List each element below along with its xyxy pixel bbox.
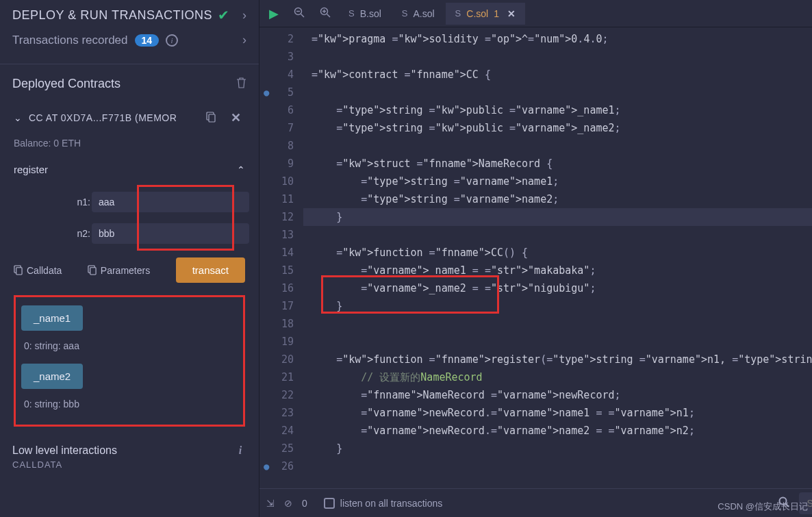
results-highlight-box: _name1 0: string: aaa _name2 0: string: … <box>14 295 245 427</box>
function-name: register <box>14 164 48 175</box>
solidity-file-icon: S <box>348 8 355 18</box>
panel-header: DEPLOY & RUN TRANSACTIONS ✔ › <box>0 0 259 30</box>
svg-rect-1 <box>16 268 22 275</box>
zoom-in-icon[interactable] <box>313 3 338 25</box>
tab-label: C.sol <box>466 8 488 19</box>
divider <box>0 64 259 64</box>
info-icon[interactable]: i <box>166 34 178 47</box>
tx-recorded-row[interactable]: Transactions recorded 14 i › <box>0 30 259 60</box>
result-name2: 0: string: bbb <box>21 392 238 419</box>
tab-label: B.sol <box>360 8 381 19</box>
listen-checkbox[interactable] <box>324 498 335 509</box>
listen-checkbox-wrap[interactable]: listen on all transactions <box>324 498 442 509</box>
balance-label: Balance: 0 ETH <box>10 134 249 161</box>
editor-body[interactable]: 2345678910111213141516171819202122232425… <box>259 27 812 488</box>
deploy-run-panel: DEPLOY & RUN TRANSACTIONS ✔ › Transactio… <box>0 0 259 517</box>
run-icon[interactable]: ▶ <box>262 2 286 25</box>
svg-rect-2 <box>90 268 96 275</box>
low-level-header: Low level interactions i <box>0 435 259 458</box>
solidity-file-icon: S <box>402 8 408 18</box>
calldata-section-label: CALLDATA <box>0 458 259 471</box>
copy-icon[interactable] <box>202 110 220 126</box>
tab-b-sol[interactable]: S B.sol <box>339 3 391 25</box>
input-label: n2: <box>71 228 90 239</box>
solidity-file-icon: S <box>455 8 461 18</box>
close-tab-icon[interactable]: ✕ <box>507 8 516 19</box>
tx-recorded-label: Transactions recorded <box>12 34 128 47</box>
deployed-label: Deployed Contracts <box>12 77 120 91</box>
expand-icon[interactable]: ⇲ <box>266 498 275 509</box>
tab-a-sol[interactable]: S A.sol <box>392 3 444 25</box>
tab-c-sol[interactable]: S C.sol 1 ✕ <box>446 3 525 25</box>
input-row-n2: n2: <box>71 219 249 248</box>
input-label: n1: <box>71 197 90 207</box>
input-row-n1: n1: <box>71 188 249 216</box>
contract-instance: ⌄ CC AT 0XD7A...F771B (MEMOR ✕ Balance: … <box>10 102 249 432</box>
contract-header[interactable]: ⌄ CC AT 0XD7A...F771B (MEMOR ✕ <box>10 102 249 134</box>
zoom-out-icon[interactable] <box>287 3 312 25</box>
info-icon[interactable]: i <box>234 444 246 457</box>
deployed-contracts-header: Deployed Contracts <box>0 68 259 99</box>
watermark: CSDN @信安成长日记 <box>718 501 808 513</box>
function-register-header[interactable]: register ⌃ <box>10 161 249 185</box>
transact-button[interactable]: transact <box>176 257 245 283</box>
tab-label: A.sol <box>413 8 434 19</box>
trash-icon[interactable] <box>236 77 246 91</box>
tab-modified-badge: 1 <box>494 8 499 19</box>
calldata-text: Calldata <box>27 265 62 276</box>
tx-count-badge: 14 <box>135 34 160 47</box>
contract-name: CC AT 0XD7A...F771B (MEMOR <box>29 112 195 123</box>
parameters-text: Parameters <box>101 265 150 276</box>
editor-panel: ▶ S B.sol S A.sol S C.sol 1 ✕ 2345678910… <box>259 0 812 517</box>
line-gutter: 2345678910111213141516171819202122232425… <box>259 27 303 488</box>
svg-rect-0 <box>209 114 215 122</box>
code-area[interactable]: ="kw">pragma ="kw">solidity ="op">^="num… <box>303 27 812 488</box>
copy-calldata[interactable]: Calldata <box>14 265 62 276</box>
check-icon: ✔ <box>218 7 229 23</box>
chevron-right-icon[interactable]: › <box>242 8 246 23</box>
panel-title: DEPLOY & RUN TRANSACTIONS <box>12 8 212 23</box>
chevron-up-icon[interactable]: ⌃ <box>237 164 245 175</box>
pending-count: 0 <box>302 498 307 509</box>
getter-name1-button[interactable]: _name1 <box>21 305 83 331</box>
input-n2[interactable] <box>92 223 249 244</box>
getter-name2-button[interactable]: _name2 <box>21 364 83 389</box>
action-row: Calldata Parameters transact <box>10 251 249 290</box>
copy-parameters[interactable]: Parameters <box>88 265 150 276</box>
close-icon[interactable]: ✕ <box>227 109 245 127</box>
result-name1: 0: string: aaa <box>21 333 238 361</box>
clear-icon[interactable]: ⊘ <box>284 498 292 509</box>
chevron-down-icon[interactable]: ⌄ <box>14 112 22 123</box>
listen-label: listen on all transactions <box>340 498 442 509</box>
input-n1[interactable] <box>92 192 249 212</box>
editor-toolbar: ▶ S B.sol S A.sol S C.sol 1 ✕ <box>259 0 812 27</box>
chevron-right-icon[interactable]: › <box>242 33 246 47</box>
low-level-label: Low level interactions <box>12 444 117 457</box>
